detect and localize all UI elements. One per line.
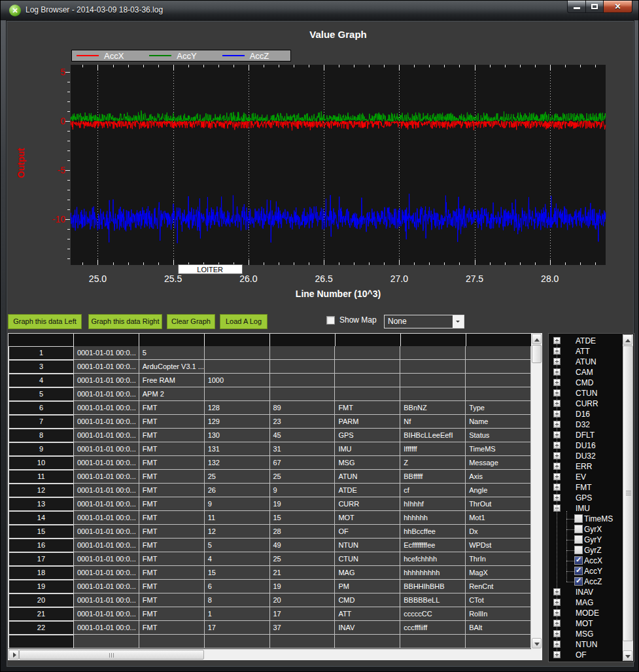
table-row[interactable]: 120001-01-01 00:0...FMT269ATDEcfAngle: [9, 484, 531, 497]
table-cell[interactable]: 8: [205, 593, 270, 607]
table-cell[interactable]: OF: [335, 525, 400, 539]
table-row[interactable]: 70001-01-01 00:0...FMT12923PARMNfName: [9, 415, 531, 429]
table-cell[interactable]: 31: [270, 442, 336, 456]
grid-horizontal-scrollbar[interactable]: [8, 649, 542, 660]
table-row[interactable]: 90001-01-01 00:0...FMT13131IMUIffffffTim…: [9, 442, 531, 456]
table-cell[interactable]: BIHBcLLeeEefI: [400, 429, 466, 442]
row-header[interactable]: 11: [9, 470, 74, 484]
table-cell[interactable]: 15: [270, 511, 336, 525]
table-cell[interactable]: 28: [270, 525, 336, 539]
table-cell[interactable]: [270, 387, 336, 401]
table-cell[interactable]: FMT: [139, 429, 205, 442]
tree-item-err[interactable]: ERR: [549, 461, 621, 472]
column-header[interactable]: [466, 334, 532, 346]
table-cell[interactable]: FMT: [139, 470, 205, 484]
table-cell[interactable]: hhhhhhhhh: [400, 566, 466, 580]
tree-item-ev[interactable]: EV: [549, 472, 621, 482]
table-cell[interactable]: 1000: [205, 374, 270, 387]
table-cell[interactable]: FMT: [139, 607, 205, 621]
row-header[interactable]: 12: [9, 484, 74, 497]
tree-child-accy[interactable]: AccY: [549, 566, 621, 576]
tree-item-ctun[interactable]: CTUN: [549, 388, 621, 398]
table-cell[interactable]: 0001-01-01 00:0...: [74, 374, 139, 387]
tree-scrollbar[interactable]: [623, 334, 633, 661]
table-cell[interactable]: ATDE: [335, 484, 400, 497]
table-cell[interactable]: CTot: [466, 593, 531, 607]
table-row[interactable]: 200001-01-01 00:0...FMT820CMDBBBBBeLLCTo…: [9, 593, 531, 607]
table-cell[interactable]: 128: [205, 401, 270, 415]
column-header[interactable]: [205, 334, 270, 346]
table-cell[interactable]: 0001-01-01 00:0...: [74, 346, 139, 360]
table-cell[interactable]: 0001-01-01 00:0...: [74, 621, 139, 635]
table-cell[interactable]: FMT: [139, 442, 205, 456]
row-header[interactable]: 4: [9, 374, 74, 387]
table-cell[interactable]: BBfffff: [400, 470, 466, 484]
table-row[interactable]: 220001-01-01 00:0...FMT1737INAVcccfffiif…: [9, 621, 531, 635]
table-cell[interactable]: hcefchhhh: [400, 552, 466, 566]
table-cell[interactable]: 11: [205, 511, 270, 525]
table-cell[interactable]: 0001-01-01 00:0...: [74, 593, 139, 607]
table-cell[interactable]: ATT: [335, 607, 400, 621]
table-cell[interactable]: [335, 346, 400, 360]
table-row[interactable]: 160001-01-01 00:0...FMT549NTUNEcffffffff…: [9, 539, 531, 552]
table-cell[interactable]: cccccCC: [400, 607, 466, 621]
table-cell[interactable]: CMD: [335, 593, 400, 607]
table-cell[interactable]: 19: [270, 497, 336, 511]
table-cell[interactable]: 131: [205, 442, 270, 456]
tree-item-mag[interactable]: MAG: [549, 597, 621, 608]
table-cell[interactable]: [400, 374, 466, 387]
table-cell[interactable]: [400, 346, 466, 360]
table-cell[interactable]: 0001-01-01 00:0...: [74, 456, 139, 470]
map-type-select[interactable]: None: [384, 315, 464, 328]
scroll-right-button[interactable]: [9, 650, 19, 660]
table-cell[interactable]: APM 2: [139, 387, 205, 401]
table-cell[interactable]: 1: [205, 607, 270, 621]
checkbox-accy[interactable]: [574, 567, 583, 575]
button-graph-this-data-left[interactable]: Graph this data Left: [8, 314, 82, 329]
row-header[interactable]: 19: [9, 580, 74, 593]
table-cell[interactable]: 0001-01-01 00:0...: [74, 401, 139, 415]
table-cell[interactable]: RenCnt: [466, 580, 531, 593]
table-cell[interactable]: [335, 387, 400, 401]
table-cell[interactable]: [205, 346, 270, 360]
table-cell[interactable]: [466, 360, 531, 374]
column-header[interactable]: [9, 334, 74, 346]
table-cell[interactable]: [400, 360, 466, 374]
table-row[interactable]: 170001-01-01 00:0...FMT425CTUNhcefchhhhT…: [9, 552, 531, 566]
vertical-scroll-thumb[interactable]: [532, 345, 542, 363]
scroll-up-button[interactable]: [532, 334, 542, 344]
row-header[interactable]: 21: [9, 607, 74, 621]
row-header[interactable]: 10: [9, 456, 74, 470]
row-header[interactable]: 18: [9, 566, 74, 580]
plot-area[interactable]: [71, 65, 606, 265]
title-bar[interactable]: ✕ Log Browser - 2014-03-09 18-03-36.log …: [1, 1, 638, 20]
row-header[interactable]: 20: [9, 593, 74, 607]
table-cell[interactable]: ThrIn: [466, 552, 531, 566]
scroll-down-button[interactable]: [532, 638, 542, 648]
table-cell[interactable]: BAlt: [466, 621, 531, 635]
table-cell[interactable]: [335, 360, 400, 374]
table-cell[interactable]: 89: [270, 401, 336, 415]
table-cell[interactable]: [270, 360, 336, 374]
table-cell[interactable]: [466, 346, 531, 360]
table-cell[interactable]: Type: [466, 401, 531, 415]
table-row[interactable]: 80001-01-01 00:0...FMT13045GPSBIHBcLLeeE…: [9, 429, 531, 442]
tree-item-d16[interactable]: D16: [549, 409, 621, 419]
table-cell[interactable]: FMT: [139, 497, 205, 511]
table-cell[interactable]: BBnNZ: [400, 401, 466, 415]
column-header[interactable]: [336, 334, 401, 346]
button-graph-this-data-right[interactable]: Graph this data Right: [88, 314, 162, 329]
table-cell[interactable]: Mot1: [466, 511, 531, 525]
tree-child-accz[interactable]: AccZ: [549, 576, 621, 587]
row-header[interactable]: 7: [9, 415, 74, 429]
row-header[interactable]: 3: [9, 360, 74, 374]
tree-scroll-up-button[interactable]: [623, 334, 632, 345]
chevron-down-icon[interactable]: [453, 315, 464, 328]
column-header[interactable]: [74, 334, 139, 346]
checkbox-accx[interactable]: [574, 556, 583, 565]
tree-item-curr[interactable]: CURR: [549, 398, 621, 409]
table-cell[interactable]: 0001-01-01 00:0...: [74, 484, 139, 497]
table-cell[interactable]: FMT: [139, 456, 205, 470]
minimize-button[interactable]: [567, 1, 586, 13]
table-cell[interactable]: hhBccffee: [400, 525, 466, 539]
